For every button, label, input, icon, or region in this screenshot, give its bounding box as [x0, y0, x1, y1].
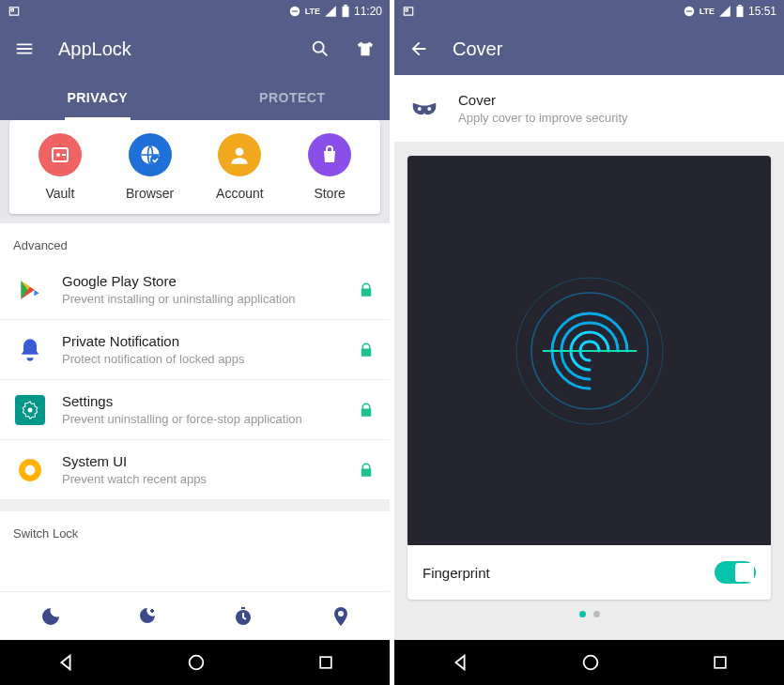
- svg-rect-1: [292, 10, 298, 11]
- cover-sub: Apply cover to improve security: [458, 111, 628, 125]
- fingerprint-icon: [510, 271, 669, 431]
- row-title: Settings: [62, 393, 341, 409]
- systemui-icon: [15, 455, 45, 485]
- row-sub: Protect notification of locked apps: [62, 352, 341, 366]
- settings-icon: [15, 395, 45, 425]
- quick-actions-card: Vault Browser Account Store: [9, 120, 380, 214]
- row-private-notification[interactable]: Private Notification Protect notificatio…: [0, 320, 390, 380]
- appbar: AppLock: [0, 23, 390, 75]
- signal-icon: [324, 5, 337, 18]
- dnd-icon: [288, 5, 301, 18]
- nav-home[interactable]: [580, 652, 601, 673]
- nav-back[interactable]: [55, 652, 76, 673]
- svg-point-13: [25, 464, 36, 475]
- account-icon: [227, 143, 252, 167]
- dnd-icon: [683, 5, 696, 18]
- quick-account-label: Account: [216, 186, 264, 201]
- quick-actions-wrap: Vault Browser Account Store: [0, 120, 390, 223]
- quick-browser[interactable]: Browser: [113, 133, 188, 201]
- cover-card[interactable]: Fingerprint: [407, 156, 771, 600]
- search-button[interactable]: [309, 38, 331, 60]
- playstore-icon: [15, 275, 45, 305]
- quick-store-label: Store: [314, 186, 345, 201]
- section-advanced: Advanced: [0, 223, 390, 260]
- fingerprint-label: Fingerprint: [423, 565, 490, 581]
- bell-icon: [15, 335, 45, 365]
- fingerprint-switch[interactable]: [715, 561, 756, 584]
- theme-button[interactable]: [354, 38, 377, 60]
- row-settings[interactable]: Settings Prevent uninstalling or force-s…: [0, 380, 390, 440]
- bottom-nav: [0, 591, 390, 640]
- nav-recent[interactable]: [711, 653, 730, 672]
- svg-rect-17: [320, 657, 331, 668]
- tab-privacy[interactable]: PRIVACY: [0, 75, 195, 120]
- svg-rect-19: [686, 10, 692, 11]
- back-button[interactable]: [407, 38, 430, 60]
- menu-button[interactable]: [13, 38, 36, 60]
- lock-icon[interactable]: [358, 342, 375, 358]
- row-title: Private Notification: [62, 333, 341, 349]
- battery-icon: [341, 5, 350, 18]
- lock-icon[interactable]: [358, 282, 375, 298]
- screen-applock: LTE 11:20 AppLock PRIVACY PROTECT Vault: [0, 0, 390, 685]
- tabbar: PRIVACY PROTECT: [0, 75, 390, 120]
- hamburger-icon: [14, 38, 35, 59]
- row-systemui[interactable]: System UI Prevent watch recent apps: [0, 440, 390, 500]
- nav-home[interactable]: [186, 652, 207, 673]
- nav-back[interactable]: [450, 652, 470, 673]
- android-navbar: [394, 640, 784, 685]
- svg-rect-28: [715, 657, 726, 668]
- quick-account[interactable]: Account: [202, 133, 277, 201]
- row-playstore[interactable]: Google Play Store Prevent installing or …: [0, 260, 390, 320]
- svg-point-16: [189, 656, 203, 670]
- row-title: System UI: [62, 453, 341, 469]
- svg-point-23: [427, 107, 431, 111]
- section-switchlock: Switch Lock: [0, 511, 390, 548]
- svg-rect-2: [342, 7, 348, 17]
- cover-header-row: Cover Apply cover to improve security: [394, 75, 784, 143]
- quick-store[interactable]: Store: [292, 133, 367, 201]
- cover-preview: [407, 156, 771, 545]
- nav-recent[interactable]: [316, 653, 335, 672]
- clock-label: 11:20: [354, 5, 382, 18]
- svg-point-22: [418, 107, 422, 111]
- arrow-back-icon: [408, 38, 429, 59]
- list-divider: [0, 500, 390, 511]
- row-sub: Prevent uninstalling or force-stop appli…: [62, 412, 341, 426]
- quick-vault-label: Vault: [45, 186, 74, 201]
- appbar: Cover: [394, 23, 784, 75]
- quick-vault[interactable]: Vault: [23, 133, 98, 201]
- search-icon: [310, 38, 331, 59]
- store-icon: [318, 144, 341, 166]
- android-navbar: [0, 640, 390, 685]
- row-title: Google Play Store: [62, 273, 341, 289]
- pager-dot-2[interactable]: [593, 611, 600, 617]
- nav-night-add[interactable]: [135, 605, 158, 628]
- svg-rect-21: [738, 5, 742, 7]
- mask-icon: [411, 100, 438, 117]
- main-list: Advanced Google Play Store Prevent insta…: [0, 223, 390, 591]
- camera-icon: [402, 5, 415, 18]
- nav-location[interactable]: [330, 605, 352, 628]
- statusbar: LTE 15:51: [394, 0, 784, 23]
- quick-browser-label: Browser: [126, 186, 174, 201]
- svg-rect-15: [241, 607, 245, 609]
- svg-rect-20: [736, 7, 743, 17]
- svg-rect-3: [344, 5, 347, 7]
- nav-timer[interactable]: [232, 605, 254, 628]
- svg-point-4: [314, 42, 324, 53]
- nav-night[interactable]: [38, 605, 60, 628]
- lock-icon[interactable]: [358, 402, 375, 419]
- lock-icon[interactable]: [358, 462, 375, 479]
- camera-icon: [8, 5, 21, 18]
- page-title: Cover: [453, 38, 771, 60]
- signal-icon: [718, 5, 731, 18]
- screen-cover: LTE 15:51 Cover Cover Apply cover to imp…: [394, 0, 784, 685]
- svg-point-6: [56, 153, 60, 157]
- pager-dot-1[interactable]: [579, 611, 586, 617]
- row-sub: Prevent watch recent apps: [62, 472, 341, 486]
- row-sub: Prevent installing or uninstalling appli…: [62, 292, 341, 306]
- cover-title: Cover: [458, 92, 628, 108]
- vault-icon: [49, 144, 71, 166]
- tab-protect[interactable]: PROTECT: [195, 75, 391, 120]
